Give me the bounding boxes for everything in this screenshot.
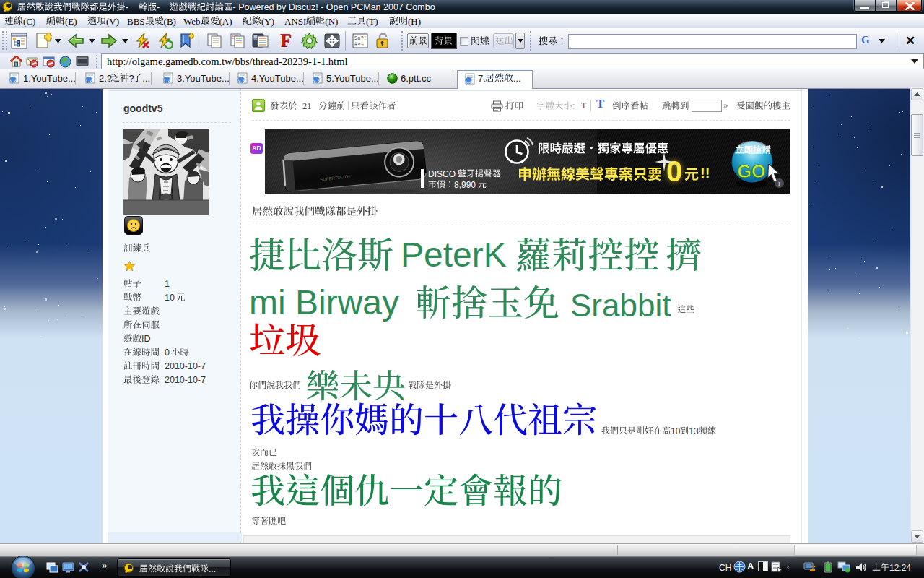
svg-text:GO: GO <box>738 161 766 181</box>
svg-text:#»→: #»→ <box>354 41 364 47</box>
svg-text:5o?!: 5o?! <box>354 35 367 41</box>
